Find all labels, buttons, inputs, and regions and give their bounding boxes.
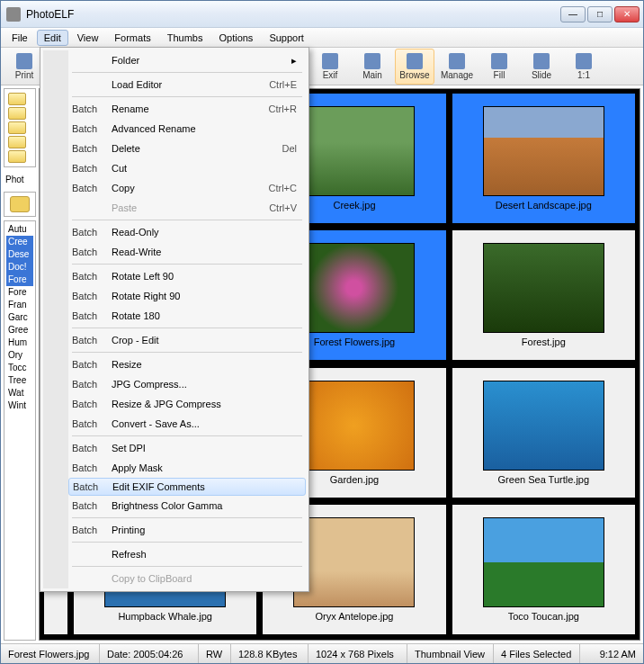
maximize-button[interactable]: □ — [587, 6, 613, 22]
thumbnail[interactable]: Desert Landscape.jpg — [451, 92, 637, 225]
list-item[interactable]: Tree — [6, 374, 33, 387]
menu-item-resize-jpg-compress[interactable]: BatchResize & JPG Compress — [68, 394, 306, 414]
menu-item-rotate-180[interactable]: BatchRotate 180 — [68, 306, 306, 326]
thumb-image — [293, 381, 415, 471]
status-filename: Forest Flowers.jpg — [1, 644, 100, 663]
folder-icon[interactable] — [8, 136, 26, 148]
toolbar-browse[interactable]: Browse — [395, 49, 434, 85]
left-column: Phot AutuCreeDeseDoc!ForeForeFranGarcGre… — [4, 88, 36, 641]
menu-separator — [72, 352, 302, 353]
toolbar-11[interactable]: 1:1 — [564, 49, 604, 85]
menu-separator — [72, 96, 302, 97]
menu-item-load-editor[interactable]: Load EditorCtrl+E — [68, 75, 306, 94]
menu-item-read-only[interactable]: BatchRead-Only — [68, 222, 306, 242]
list-item[interactable]: Ory — [6, 349, 33, 362]
list-item[interactable]: Tocc — [6, 362, 33, 374]
status-rw: RW — [199, 644, 231, 663]
tool-icon — [322, 53, 338, 69]
toolbar-print[interactable]: Print — [4, 49, 44, 85]
tool-icon — [364, 53, 380, 69]
list-item[interactable]: Doc! — [6, 261, 33, 274]
menu-item-advanced-rename[interactable]: BatchAdvanced Rename — [68, 119, 306, 139]
status-dims: 1024 x 768 Pixels — [309, 644, 407, 663]
tool-icon — [407, 53, 423, 69]
close-button[interactable]: ✕ — [614, 6, 640, 22]
menu-separator — [72, 435, 302, 436]
toolbar-main[interactable]: Main — [353, 49, 392, 85]
thumb-caption: Green Sea Turtle.jpg — [498, 474, 590, 485]
list-item[interactable]: Fore — [6, 274, 33, 286]
tool-icon — [576, 53, 592, 69]
toolbar-exif[interactable]: Exif — [310, 49, 350, 85]
menu-separator — [72, 264, 302, 265]
minimize-button[interactable]: — — [560, 6, 586, 22]
status-view: Thumbnail View — [407, 644, 494, 663]
menu-formats[interactable]: Formats — [107, 30, 157, 46]
tool-icon — [491, 53, 507, 69]
list-item[interactable]: Wat — [6, 387, 33, 399]
menu-item-refresh[interactable]: Refresh — [68, 544, 306, 564]
file-list[interactable]: AutuCreeDeseDoc!ForeForeFranGarcGreeHumO… — [4, 220, 36, 641]
thumb-caption: Garden.jpg — [330, 474, 379, 485]
menu-thumbs[interactable]: Thumbs — [160, 30, 210, 46]
printer-icon — [16, 53, 32, 69]
menu-item-read-write[interactable]: BatchRead-Write — [68, 242, 306, 262]
thumbnail[interactable]: Toco Toucan.jpg — [451, 503, 637, 636]
menu-item-convert-save-as-[interactable]: BatchConvert - Save As... — [68, 414, 306, 434]
menu-item-brightness-color-gamma[interactable]: BatchBrightness Color Gamma — [68, 496, 306, 516]
thumb-caption: Humpback Whale.jpg — [118, 611, 212, 622]
thumbnail[interactable]: Forest.jpg — [451, 229, 637, 362]
chevron-right-icon: ▸ — [291, 55, 297, 67]
thumb-image — [483, 381, 604, 471]
list-item[interactable]: Hum — [6, 336, 33, 349]
menu-item-apply-mask[interactable]: BatchApply Mask — [68, 458, 306, 478]
thumb-caption: Forest.jpg — [522, 336, 566, 347]
menu-item-jpg-compress-[interactable]: BatchJPG Compress... — [68, 374, 306, 394]
menu-item-printing[interactable]: BatchPrinting — [68, 520, 306, 540]
menu-item-rotate-left-90[interactable]: BatchRotate Left 90 — [68, 266, 306, 286]
menu-item-folder[interactable]: Folder▸ — [68, 50, 306, 70]
menu-support[interactable]: Support — [262, 30, 311, 46]
list-item[interactable]: Wint — [6, 399, 33, 412]
folder-icon[interactable] — [8, 93, 26, 105]
menu-item-delete[interactable]: BatchDeleteDel — [68, 139, 306, 158]
toolbar-fill[interactable]: Fill — [479, 49, 519, 85]
menu-edit[interactable]: Edit — [37, 30, 68, 46]
menu-separator — [72, 566, 302, 567]
edit-menu-dropdown: Folder▸Load EditorCtrl+EBatchRenameCtrl+… — [40, 47, 309, 592]
menu-view[interactable]: View — [70, 30, 106, 46]
menu-separator — [72, 72, 302, 73]
list-item[interactable]: Dese — [6, 248, 33, 261]
menu-item-edit-exif-comments[interactable]: BatchEdit EXIF Comments — [68, 478, 306, 496]
thumb-image — [483, 106, 604, 196]
thumb-image — [293, 106, 415, 196]
menu-item-cut[interactable]: BatchCut — [68, 158, 306, 178]
menu-item-crop-edit[interactable]: BatchCrop - Edit — [68, 330, 306, 350]
toolbar-manage[interactable]: Manage — [437, 49, 477, 85]
menu-item-rotate-right-90[interactable]: BatchRotate Right 90 — [68, 286, 306, 306]
list-item[interactable]: Gree — [6, 324, 33, 336]
menu-separator — [72, 517, 302, 518]
menu-item-set-dpi[interactable]: BatchSet DPI — [68, 438, 306, 458]
list-item[interactable]: Cree — [6, 236, 33, 248]
folder-icon[interactable] — [8, 150, 26, 163]
list-item[interactable]: Fran — [6, 299, 33, 311]
menu-separator — [72, 328, 302, 328]
list-item[interactable]: Fore — [6, 286, 33, 299]
thumb-image — [483, 243, 604, 333]
menu-item-rename[interactable]: BatchRenameCtrl+R — [68, 99, 306, 119]
list-item[interactable]: Autu — [6, 223, 33, 236]
menu-item-resize[interactable]: BatchResize — [68, 354, 306, 374]
camera-icon[interactable] — [10, 196, 30, 212]
list-item[interactable]: Garc — [6, 311, 33, 324]
folder-icon[interactable] — [8, 107, 26, 120]
menu-separator — [72, 220, 302, 220]
menu-options[interactable]: Options — [211, 30, 260, 46]
toolbar-slide[interactable]: Slide — [522, 49, 561, 85]
thumb-caption: Oryx Antelope.jpg — [316, 611, 394, 622]
menu-item-copy[interactable]: BatchCopyCtrl+C — [68, 178, 306, 198]
thumbnail[interactable]: Green Sea Turtle.jpg — [451, 366, 637, 499]
menu-file[interactable]: File — [4, 30, 35, 46]
folder-icon[interactable] — [8, 121, 26, 134]
tool-icon — [533, 53, 550, 69]
